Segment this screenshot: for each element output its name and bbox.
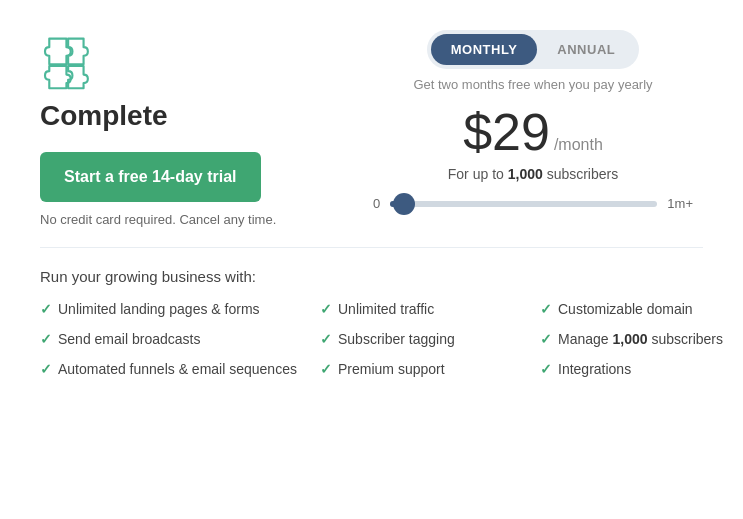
check-icon-2-1: ✓ [40, 331, 52, 347]
check-icon-3-1: ✓ [40, 361, 52, 377]
pricing-card: Complete Start a free 14-day trial No cr… [0, 0, 743, 417]
check-icon-1-1: ✓ [40, 301, 52, 317]
divider [40, 247, 703, 248]
left-panel: Complete Start a free 14-day trial No cr… [40, 30, 276, 227]
feature-text-3-1: Automated funnels & email sequences [58, 361, 297, 377]
plan-title: Complete [40, 100, 168, 132]
trial-button[interactable]: Start a free 14-day trial [40, 152, 261, 202]
price-value: $29 [463, 102, 550, 162]
slider-track[interactable] [390, 201, 657, 207]
feature-item-2-3: ✓ Manage 1,000 subscribers [540, 331, 743, 347]
feature-row-3: ✓ Automated funnels & email sequences ✓ … [40, 361, 703, 377]
feature-text-3-3: Integrations [558, 361, 631, 377]
feature-item-3-2: ✓ Premium support [320, 361, 540, 377]
feature-text-2-2: Subscriber tagging [338, 331, 455, 347]
feature-item-2-2: ✓ Subscriber tagging [320, 331, 540, 347]
check-icon-1-2: ✓ [320, 301, 332, 317]
feature-item-3-1: ✓ Automated funnels & email sequences [40, 361, 320, 377]
price-period: /month [554, 136, 603, 154]
feature-text-1-3: Customizable domain [558, 301, 693, 317]
feature-text-1-1: Unlimited landing pages & forms [58, 301, 260, 317]
price-row: $29 /month [463, 102, 603, 162]
right-panel: MONTHLY ANNUAL Get two months free when … [363, 30, 703, 211]
feature-text-2-3: Manage 1,000 subscribers [558, 331, 723, 347]
puzzle-icon [40, 30, 110, 90]
slider-thumb[interactable] [393, 193, 415, 215]
feature-text-3-2: Premium support [338, 361, 445, 377]
check-icon-3-2: ✓ [320, 361, 332, 377]
feature-row-2: ✓ Send email broadcasts ✓ Subscriber tag… [40, 331, 703, 347]
promo-text: Get two months free when you pay yearly [413, 77, 652, 92]
feature-item-3-3: ✓ Integrations [540, 361, 743, 377]
billing-toggle: MONTHLY ANNUAL [427, 30, 639, 69]
features-grid: ✓ Unlimited landing pages & forms ✓ Unli… [40, 301, 703, 377]
check-icon-2-2: ✓ [320, 331, 332, 347]
monthly-toggle[interactable]: MONTHLY [431, 34, 538, 65]
feature-text-1-2: Unlimited traffic [338, 301, 434, 317]
feature-item-1-2: ✓ Unlimited traffic [320, 301, 540, 317]
annual-toggle[interactable]: ANNUAL [537, 34, 635, 65]
feature-item-1-1: ✓ Unlimited landing pages & forms [40, 301, 320, 317]
top-section: Complete Start a free 14-day trial No cr… [40, 30, 703, 227]
check-icon-1-3: ✓ [540, 301, 552, 317]
features-heading: Run your growing business with: [40, 268, 703, 285]
slider-min-label: 0 [373, 196, 380, 211]
subscribers-text: For up to 1,000 subscribers [448, 166, 618, 182]
feature-item-1-3: ✓ Customizable domain [540, 301, 743, 317]
feature-row-1: ✓ Unlimited landing pages & forms ✓ Unli… [40, 301, 703, 317]
check-icon-3-3: ✓ [540, 361, 552, 377]
check-icon-2-3: ✓ [540, 331, 552, 347]
features-section: Run your growing business with: ✓ Unlimi… [40, 268, 703, 397]
no-credit-text: No credit card required. Cancel any time… [40, 212, 276, 227]
subscriber-slider-container: 0 1m+ [373, 196, 693, 211]
slider-max-label: 1m+ [667, 196, 693, 211]
feature-text-2-1: Send email broadcasts [58, 331, 200, 347]
feature-item-2-1: ✓ Send email broadcasts [40, 331, 320, 347]
